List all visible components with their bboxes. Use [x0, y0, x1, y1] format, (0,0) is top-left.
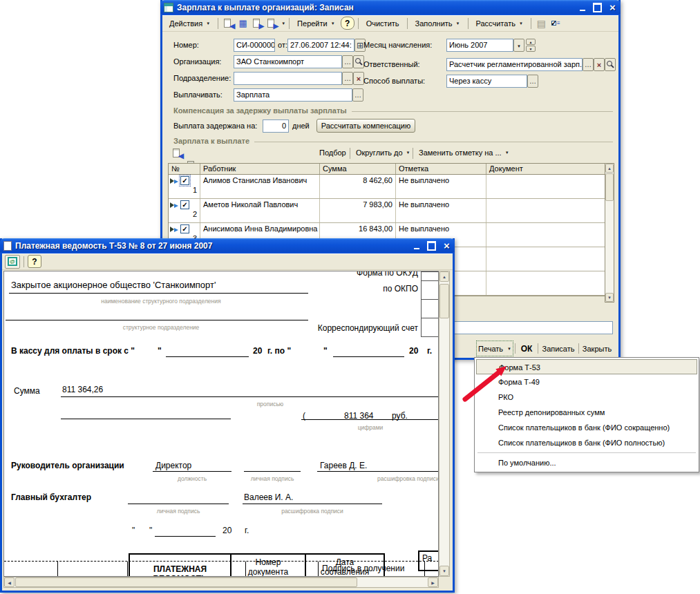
caption-decode: расшифровка подписи: [243, 508, 382, 515]
doc-cell[interactable]: [486, 223, 605, 247]
horizontal-scrollbar[interactable]: ◀ ▶: [3, 577, 439, 588]
scroll-down-icon[interactable]: ▼: [439, 566, 449, 576]
sum-cell[interactable]: 7 983,00: [320, 199, 396, 222]
list-settings-icon[interactable]: ▤: [535, 17, 548, 30]
col-header-sum[interactable]: Сумма: [320, 164, 396, 174]
menu-item-deposit-registry[interactable]: Реестр депонированных сумм: [476, 405, 697, 420]
print-preview-button[interactable]: @: [5, 255, 20, 269]
okpo-label: по ОКПО: [301, 284, 418, 294]
caption-org: наименование структурного подразделения: [44, 298, 278, 305]
responsible-clear-button[interactable]: [594, 58, 605, 71]
magnifier-icon: [607, 61, 614, 68]
vertical-scrollbar[interactable]: ▲ ▼: [439, 271, 450, 577]
month-spinner[interactable]: ▲▼: [526, 39, 536, 52]
chief-name: Валеев И. А.: [244, 492, 293, 502]
doc-cell[interactable]: [486, 175, 605, 198]
spin-down-icon[interactable]: ▼: [526, 46, 536, 52]
minimize-button[interactable]: [410, 241, 422, 251]
scroll-down-icon[interactable]: ▼: [605, 293, 614, 302]
payout-select-button[interactable]: [352, 88, 363, 102]
sum-cell[interactable]: 8 462,60: [320, 175, 396, 198]
calc-compensation-button[interactable]: Рассчитать компенсацию: [316, 119, 415, 133]
caption-sign: личная подпись: [234, 475, 311, 482]
minimize-button[interactable]: [576, 3, 588, 13]
responsible-select-button[interactable]: [583, 58, 594, 71]
menu-item-bank-list-short[interactable]: Список плательщиков в банк (ФИО сокращен…: [476, 420, 697, 435]
method-input[interactable]: Через кассу: [446, 75, 527, 88]
print-button[interactable]: Печать▼: [477, 341, 513, 356]
toolbar-separator: [350, 148, 350, 159]
head-label: Руководитель организации: [11, 461, 124, 470]
table-row[interactable]: 2 Аметов Николай Павлович 7 983,00 Не вы…: [169, 199, 605, 223]
reread-doc-icon[interactable]: ◀: [222, 17, 235, 30]
responsible-input[interactable]: Расчетчик регламентированной зарп.: [446, 58, 583, 71]
col-header-num[interactable]: №: [169, 164, 200, 174]
pick-button[interactable]: Подбор: [315, 146, 350, 159]
delay-days-input[interactable]: 0: [263, 119, 289, 133]
organization-input[interactable]: ЗАО Станкоимпорт: [234, 55, 342, 68]
table-header-row: № Работник Сумма Отметка Документ: [169, 164, 605, 175]
date-input[interactable]: 27.06.2007 12:44:: [287, 39, 354, 52]
scroll-up-icon[interactable]: ▲: [605, 164, 614, 173]
fill-button[interactable]: Заполнить▼: [411, 17, 464, 30]
number-input[interactable]: СИ-000000: [234, 39, 275, 52]
method-select-button[interactable]: [527, 75, 538, 88]
department-clear-button[interactable]: [353, 72, 364, 85]
add-row-icon[interactable]: ◀: [171, 147, 184, 160]
okud-label: Форма по ОКУД: [301, 271, 418, 278]
round-button[interactable]: Округлить до▼: [352, 146, 415, 159]
close-button[interactable]: [607, 3, 618, 13]
worker-cell[interactable]: Аметов Николай Павлович: [200, 199, 320, 222]
organization-open-button[interactable]: [353, 55, 364, 68]
mark-cell[interactable]: Не выплачено: [396, 199, 486, 222]
close-form-button[interactable]: Закрыть: [580, 341, 614, 356]
maximize-button[interactable]: [592, 3, 603, 13]
menu-item-bank-list-full[interactable]: Список плательщиков в банк (ФИО полность…: [476, 435, 697, 450]
ok-button[interactable]: ОК: [517, 341, 536, 356]
head-name: Гареев Д. Е.: [320, 461, 367, 470]
spin-up-icon[interactable]: ▲: [526, 39, 536, 45]
col-header-mark[interactable]: Отметка: [396, 164, 486, 174]
worker-cell[interactable]: Алимов Станислав Иванович: [200, 175, 320, 198]
scrollbar-thumb[interactable]: [15, 577, 357, 587]
col-header-worker[interactable]: Работник: [200, 164, 320, 174]
col-header-doc[interactable]: Документ: [486, 164, 605, 174]
doc-cell[interactable]: [486, 199, 605, 222]
table-row[interactable]: 1 Алимов Станислав Иванович 8 462,60 Не …: [169, 175, 605, 199]
scroll-left-icon[interactable]: ◀: [4, 577, 15, 587]
help-button[interactable]: ?: [341, 17, 354, 30]
create-based-icon[interactable]: ▶: [265, 17, 278, 30]
department-input[interactable]: [234, 72, 342, 85]
scroll-right-icon[interactable]: ▶: [428, 577, 438, 587]
checkbox-list-icon[interactable]: ≡: [549, 17, 562, 30]
month-input[interactable]: Июнь 2007: [446, 39, 513, 52]
menu-item-default[interactable]: По умолчанию...: [476, 455, 697, 470]
row-checkbox[interactable]: [180, 200, 189, 209]
scrollbar-thumb[interactable]: [439, 284, 449, 318]
save-button[interactable]: Записать: [540, 341, 577, 356]
goto-button[interactable]: Перейти▼: [293, 17, 339, 30]
responsible-open-button[interactable]: [605, 58, 616, 71]
maximize-button[interactable]: [426, 241, 437, 251]
organization-select-button[interactable]: [342, 55, 353, 68]
copy-doc-icon[interactable]: ▶: [251, 17, 264, 30]
help-button[interactable]: ?: [28, 255, 41, 268]
salary-window-titlebar[interactable]: Зарплата к выплате организаций: Записан: [160, 0, 621, 15]
payout-input[interactable]: Зарплата: [234, 88, 352, 102]
row-checkbox[interactable]: [180, 176, 189, 185]
scroll-up-icon[interactable]: ▲: [439, 271, 449, 282]
calculate-button[interactable]: Рассчитать▼: [472, 17, 527, 30]
table-scrollbar[interactable]: ▲ ▼: [605, 164, 614, 302]
row-checkbox[interactable]: [180, 224, 189, 233]
t53-window-titlebar[interactable]: Платежная ведомость Т-53 № 8 от 27 июня …: [0, 238, 455, 253]
month-dropdown-button[interactable]: [513, 39, 524, 52]
clear-button[interactable]: Очистить: [362, 17, 404, 30]
actions-button[interactable]: Действия▼: [165, 17, 214, 30]
close-button[interactable]: [441, 241, 453, 251]
mark-cell[interactable]: Не выплачено: [396, 175, 486, 198]
scrollbar-thumb[interactable]: [605, 173, 614, 201]
interval-icon[interactable]: ▦: [236, 17, 249, 30]
department-select-button[interactable]: [342, 72, 353, 85]
replace-mark-button[interactable]: Заменить отметку на ...▼: [415, 146, 513, 159]
chevron-down-icon[interactable]: ▼: [281, 21, 285, 26]
